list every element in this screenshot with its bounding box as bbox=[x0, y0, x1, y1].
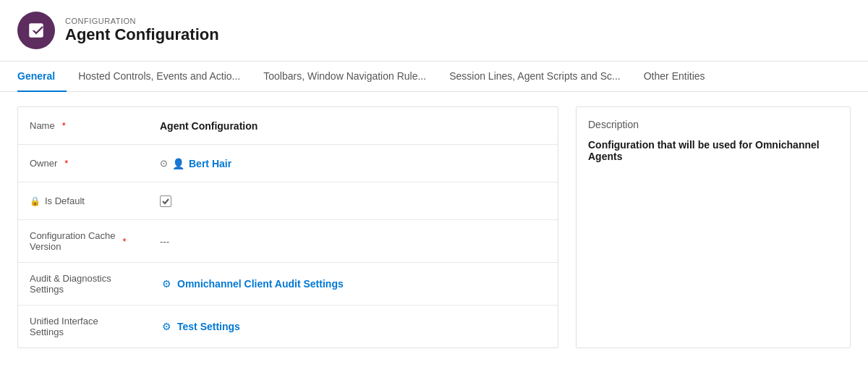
page-header: CONFIGURATION Agent Configuration bbox=[0, 0, 868, 62]
form-row-audit: Audit & Diagnostics Settings ⚙ Omnichann… bbox=[18, 263, 558, 306]
page-title: Agent Configuration bbox=[65, 25, 219, 44]
is-default-checkbox[interactable] bbox=[160, 195, 546, 207]
value-name: Agent Configuration bbox=[160, 120, 546, 132]
header-text-group: CONFIGURATION Agent Configuration bbox=[65, 17, 219, 44]
required-star-config: * bbox=[123, 236, 127, 247]
audit-link[interactable]: Omnichannel Client Audit Settings bbox=[177, 278, 344, 290]
unified-link-icon: ⚙ bbox=[160, 320, 173, 333]
required-star-name: * bbox=[62, 120, 66, 131]
form-panel: Name * Agent Configuration Owner * ⊙ 👤 B… bbox=[17, 106, 558, 348]
audit-link-wrapper[interactable]: ⚙ Omnichannel Client Audit Settings bbox=[160, 277, 344, 290]
label-unified-text: Unified Interface Settings bbox=[30, 316, 98, 337]
tab-general[interactable]: General bbox=[17, 62, 67, 92]
label-name: Name * bbox=[30, 120, 160, 131]
form-row-config-cache: Configuration Cache Version * --- bbox=[18, 220, 558, 263]
tab-other-entities[interactable]: Other Entities bbox=[632, 62, 717, 92]
owner-person-icon: 👤 bbox=[172, 158, 184, 169]
label-config-cache: Configuration Cache Version * bbox=[30, 230, 160, 252]
label-audit: Audit & Diagnostics Settings bbox=[30, 273, 160, 295]
description-title: Description bbox=[588, 119, 838, 130]
value-unified: ⚙ Test Settings bbox=[160, 320, 546, 333]
label-audit-text: Audit & Diagnostics Settings bbox=[30, 273, 111, 295]
value-owner: ⊙ 👤 Bert Hair bbox=[160, 158, 546, 169]
checkbox-box[interactable] bbox=[160, 195, 171, 207]
label-unified: Unified Interface Settings bbox=[30, 316, 160, 337]
label-name-text: Name bbox=[30, 120, 55, 131]
form-row-name: Name * Agent Configuration bbox=[18, 107, 558, 145]
value-audit: ⚙ Omnichannel Client Audit Settings bbox=[160, 277, 546, 290]
tab-toolbars[interactable]: Toolbars, Window Navigation Rule... bbox=[252, 62, 438, 92]
lock-icon: 🔒 bbox=[30, 196, 41, 206]
form-row-is-default: 🔒 Is Default bbox=[18, 182, 558, 220]
description-value: Configuration that will be used for Omni… bbox=[588, 139, 838, 162]
tab-session-lines[interactable]: Session Lines, Agent Scripts and Sc... bbox=[438, 62, 632, 92]
value-is-default bbox=[160, 195, 546, 207]
owner-wrapper: ⊙ 👤 Bert Hair bbox=[160, 158, 546, 169]
owner-circle-icon: ⊙ bbox=[160, 158, 168, 169]
form-row-unified: Unified Interface Settings ⚙ Test Settin… bbox=[18, 306, 558, 348]
tab-bar: General Hosted Controls, Events and Acti… bbox=[0, 62, 868, 92]
label-owner-text: Owner bbox=[30, 158, 57, 169]
main-content: Name * Agent Configuration Owner * ⊙ 👤 B… bbox=[0, 92, 868, 363]
label-is-default-text: Is Default bbox=[45, 195, 85, 206]
svg-rect-1 bbox=[33, 29, 38, 30]
description-panel: Description Configuration that will be u… bbox=[576, 106, 851, 348]
audit-link-icon: ⚙ bbox=[160, 277, 173, 290]
label-is-default: 🔒 Is Default bbox=[30, 195, 160, 206]
unified-link[interactable]: Test Settings bbox=[177, 321, 240, 332]
label-owner: Owner * bbox=[30, 158, 160, 169]
tab-hosted-controls[interactable]: Hosted Controls, Events and Actio... bbox=[67, 62, 252, 92]
value-config-cache: --- bbox=[160, 236, 546, 247]
config-label: CONFIGURATION bbox=[65, 17, 219, 25]
page-icon bbox=[17, 12, 55, 49]
svg-rect-0 bbox=[33, 26, 41, 28]
unified-link-wrapper[interactable]: ⚙ Test Settings bbox=[160, 320, 240, 333]
label-config-cache-text: Configuration Cache Version bbox=[30, 230, 116, 252]
owner-link[interactable]: Bert Hair bbox=[189, 158, 231, 169]
form-row-owner: Owner * ⊙ 👤 Bert Hair bbox=[18, 145, 558, 182]
required-star-owner: * bbox=[64, 158, 68, 169]
